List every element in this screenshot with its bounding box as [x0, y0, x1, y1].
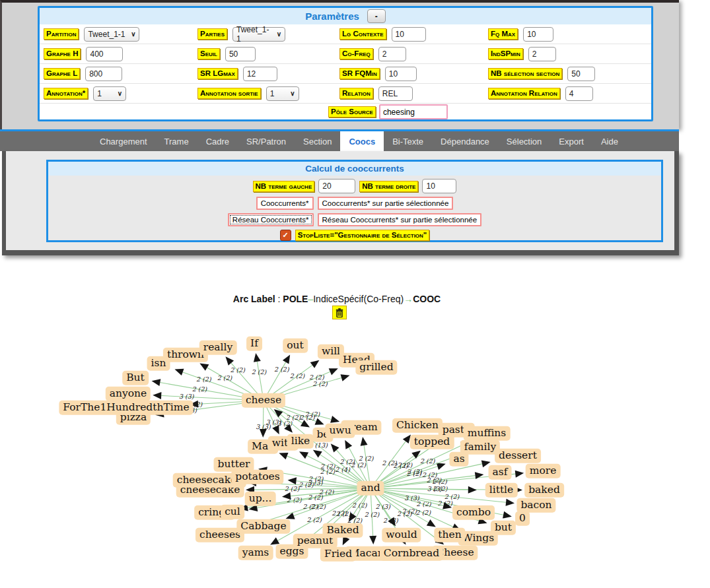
tab-trame[interactable]: Trame [156, 131, 197, 151]
node-dessert[interactable]: dessert [495, 449, 541, 463]
param-input[interactable]: 10 [385, 67, 417, 81]
node-cheese[interactable]: cheese [242, 393, 285, 408]
param-select[interactable]: 1∨ [93, 86, 126, 101]
tab-bi-texte[interactable]: Bi-Texte [384, 131, 432, 151]
param-input[interactable]: 50 [567, 67, 595, 81]
tab-coocs[interactable]: Coocs [340, 131, 384, 151]
node-really[interactable]: really [199, 341, 237, 355]
node-cabbage[interactable]: Cabbage [236, 519, 290, 534]
param-label: Partition [44, 28, 79, 40]
node-out[interactable]: out [283, 339, 308, 353]
node-asf[interactable]: asf [489, 465, 512, 480]
param-input[interactable]: 2 [378, 47, 406, 61]
tab-section[interactable]: Section [295, 131, 340, 151]
nav-tabs: ChargementTrameCadreSR/PatronSectionCooc… [91, 131, 679, 151]
stopliste-checkbox[interactable]: ✓ [280, 230, 291, 241]
param-select[interactable]: Tweet_1-1∨ [232, 27, 285, 42]
select-value: 1 [270, 89, 275, 98]
clear-graph-button[interactable] [332, 306, 347, 319]
edge-label: 2 (2) [382, 459, 398, 467]
node-chicken[interactable]: Chicken [392, 418, 443, 433]
reseau-cooccurrents-button[interactable]: Réseau Cooccurrents* [228, 213, 314, 226]
node-0[interactable]: 0 [515, 511, 530, 526]
node-grilled[interactable]: grilled [355, 360, 397, 375]
param-input[interactable]: 4 [565, 86, 593, 101]
nb-terme-droite-label: NB terme droite [359, 181, 418, 192]
cooccurrents-selection-button[interactable]: Cooccurrents* sur partie sélectionnée [318, 197, 454, 210]
node-baked[interactable]: Baked [322, 523, 363, 538]
edge-label: 2 (2) [303, 503, 319, 510]
param-input[interactable]: 12 [243, 67, 277, 81]
node-if[interactable]: If [246, 337, 262, 351]
node-fried[interactable]: Fried [320, 547, 356, 562]
edge-label: 2 (2) [407, 468, 423, 475]
parameters-panel: Paramètres - PartitionTweet_1-1∨PartiesT… [38, 6, 653, 121]
tab-s-lection[interactable]: Sélection [498, 131, 550, 151]
pole-source-input[interactable]: cheesing [379, 104, 448, 119]
node-yams[interactable]: yams [238, 546, 273, 560]
edge-label: 2 (4) [335, 466, 351, 473]
node-then[interactable]: then [434, 528, 465, 542]
param-select[interactable]: Tweet_1-1∨ [84, 27, 139, 42]
edge-label: 2 (2) [437, 500, 453, 507]
node-anyone[interactable]: anyone [106, 387, 151, 401]
node-would[interactable]: would [382, 528, 421, 542]
node-forthe1hundredthtime[interactable]: ForThe1HundredthTime [59, 401, 193, 415]
node-up-[interactable]: up... [245, 492, 276, 506]
node-and[interactable]: and [357, 481, 384, 496]
param-cell: PartitionTweet_1-1∨ [40, 27, 194, 42]
edge-label: 3 (3) [256, 423, 271, 430]
tab-export[interactable]: Export [550, 131, 592, 151]
node-more[interactable]: more [526, 464, 561, 478]
reseau-cooccurrents-selection-button[interactable]: Réseau Cooccurrents* sur partie sélectio… [318, 213, 482, 226]
tab-aide[interactable]: Aide [592, 131, 627, 151]
nb-terme-droite-input[interactable]: 10 [422, 179, 456, 193]
edge-label: 2 (2) [274, 366, 290, 373]
node-as[interactable]: as [449, 452, 468, 467]
node-muffins[interactable]: muffins [464, 426, 511, 441]
node-like[interactable]: like [287, 434, 314, 449]
node-cornbread[interactable]: Cornbread [380, 546, 443, 561]
arrowhead-icon [443, 502, 452, 509]
nb-terme-gauche-input[interactable]: 20 [318, 179, 355, 193]
pole-source-row: Pôle Source cheesing [40, 104, 651, 120]
node-cul[interactable]: cul [221, 505, 244, 519]
node-baked[interactable]: baked [524, 483, 564, 498]
tab-chargement[interactable]: Chargement [91, 131, 156, 151]
minimize-button[interactable]: - [367, 9, 386, 23]
param-input[interactable]: 2 [528, 47, 556, 61]
arrowhead-icon [330, 416, 339, 423]
node-little[interactable]: little [485, 483, 518, 498]
edge-label: 2 (3) [376, 503, 392, 510]
tab-sr-patron[interactable]: SR/Patron [238, 131, 295, 151]
chevron-down-icon: ∨ [131, 30, 135, 38]
param-input[interactable]: 400 [86, 47, 123, 61]
node-potatoes[interactable]: potatoes [231, 470, 283, 484]
param-cell: Lg Contexte10 [336, 27, 484, 42]
edge-label: 3 (3) [308, 479, 324, 486]
param-row: PartitionTweet_1-1∨PartiesTweet_1-1∨Lg C… [40, 24, 651, 44]
param-input[interactable]: 50 [225, 47, 256, 61]
cooccurrents-button[interactable]: Cooccurrents* [256, 197, 314, 210]
edge-label: 2 (2) [365, 511, 380, 518]
node-uwu[interactable]: uwu [325, 424, 355, 438]
edge-label: 2 (2) [196, 376, 212, 383]
arrowhead-icon [349, 513, 357, 522]
param-input[interactable]: 10 [523, 27, 553, 42]
arrowhead-icon [283, 355, 290, 364]
edge-label: 2 (2) [336, 510, 352, 517]
param-input[interactable]: 10 [392, 27, 426, 42]
param-input[interactable]: 800 [85, 67, 122, 81]
node-but[interactable]: But [122, 371, 149, 385]
arrowhead-icon [310, 360, 320, 368]
node-combo[interactable]: combo [452, 506, 495, 520]
edge-line [371, 445, 462, 488]
stopliste-row: ✓ StopListe="Gestionnaire de Sélection" [48, 230, 661, 241]
edge-label: 2 (2) [339, 458, 355, 465]
tab-cadre[interactable]: Cadre [197, 131, 238, 151]
param-input[interactable]: REL [378, 86, 413, 101]
param-label: Relation [339, 88, 373, 99]
param-select[interactable]: 1∨ [266, 86, 299, 101]
tab-d-pendance[interactable]: Dépendance [432, 131, 498, 151]
node-butter[interactable]: butter [214, 457, 254, 472]
